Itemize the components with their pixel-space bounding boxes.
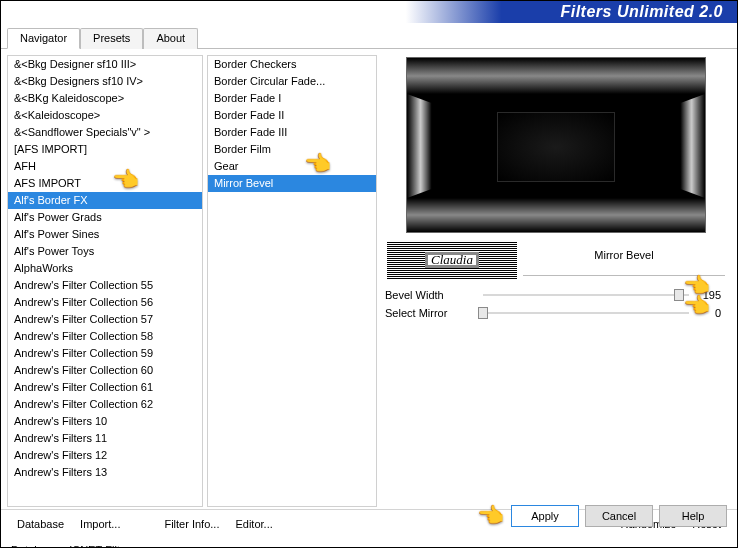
slider-thumb[interactable] [674, 289, 684, 301]
author-logo: Claudia [387, 241, 517, 279]
tab-about[interactable]: About [143, 28, 198, 49]
category-item[interactable]: &<Bkg Designer sf10 III> [8, 56, 202, 73]
tab-presets[interactable]: Presets [80, 28, 143, 49]
parameter-panel: Bevel Width195Select Mirror0 [381, 283, 731, 325]
preview-image [406, 57, 706, 233]
category-item[interactable]: Andrew's Filters 11 [8, 430, 202, 447]
filter-item[interactable]: Border Fade II [208, 107, 376, 124]
filter-item[interactable]: Border Circular Fade... [208, 73, 376, 90]
status-bar: Database: Filters: ICNET-Filters 3092 [1, 538, 737, 548]
param-slider[interactable] [483, 294, 689, 296]
category-item[interactable]: &<Kaleidoscope> [8, 107, 202, 124]
status-db-value: ICNET-Filters [69, 544, 135, 548]
category-item[interactable]: Andrew's Filters 10 [8, 413, 202, 430]
cancel-button[interactable]: Cancel [585, 505, 653, 527]
category-item[interactable]: Andrew's Filter Collection 61 [8, 379, 202, 396]
database-button[interactable]: Database [9, 514, 72, 534]
filter-header-row: Claudia Mirror Bevel [381, 241, 731, 283]
category-item[interactable]: &<BKg Kaleidoscope> [8, 90, 202, 107]
filter-item[interactable]: Border Fade III [208, 124, 376, 141]
category-item[interactable]: AFS IMPORT [8, 175, 202, 192]
category-item[interactable]: Alf's Power Toys [8, 243, 202, 260]
author-logo-text: Claudia [425, 252, 479, 268]
category-item[interactable]: AlphaWorks [8, 260, 202, 277]
category-item[interactable]: Alf's Power Sines [8, 226, 202, 243]
tab-strip: Navigator Presets About [1, 27, 737, 49]
param-value: 195 [695, 289, 721, 301]
category-item[interactable]: Andrew's Filter Collection 62 [8, 396, 202, 413]
filter-item[interactable]: Mirror Bevel [208, 175, 376, 192]
category-item[interactable]: &<Bkg Designers sf10 IV> [8, 73, 202, 90]
category-item[interactable]: Andrew's Filter Collection 56 [8, 294, 202, 311]
category-item[interactable]: Andrew's Filters 13 [8, 464, 202, 481]
category-item[interactable]: Andrew's Filter Collection 57 [8, 311, 202, 328]
status-db-label: Database: [11, 544, 61, 548]
filter-list[interactable]: Border CheckersBorder Circular Fade...Bo… [207, 55, 377, 507]
filter-item[interactable]: Gear [208, 158, 376, 175]
preview-panel: Claudia Mirror Bevel Bevel Width195Selec… [381, 55, 731, 507]
filter-item[interactable]: Border Film [208, 141, 376, 158]
category-item[interactable]: Andrew's Filters 12 [8, 447, 202, 464]
apply-button[interactable]: Apply [511, 505, 579, 527]
editor-button[interactable]: Editor... [227, 514, 280, 534]
param-label: Bevel Width [385, 289, 477, 301]
app-title: Filters Unlimited 2.0 [560, 3, 723, 21]
filter-info-button[interactable]: Filter Info... [156, 514, 227, 534]
category-item[interactable]: AFH [8, 158, 202, 175]
category-item[interactable]: Andrew's Filter Collection 60 [8, 362, 202, 379]
category-item[interactable]: &<Sandflower Specials"v" > [8, 124, 202, 141]
import-button[interactable]: Import... [72, 514, 128, 534]
param-row: Select Mirror0 [385, 307, 721, 319]
filter-item[interactable]: Border Fade I [208, 90, 376, 107]
filter-item[interactable]: Border Checkers [208, 56, 376, 73]
param-value: 0 [695, 307, 721, 319]
category-item[interactable]: Alf's Border FX [8, 192, 202, 209]
tab-navigator[interactable]: Navigator [7, 28, 80, 49]
category-item[interactable]: Andrew's Filter Collection 58 [8, 328, 202, 345]
category-list[interactable]: &<Bkg Designer sf10 III>&<Bkg Designers … [7, 55, 203, 507]
category-item[interactable]: [AFS IMPORT] [8, 141, 202, 158]
param-slider[interactable] [483, 312, 689, 314]
slider-thumb[interactable] [478, 307, 488, 319]
param-label: Select Mirror [385, 307, 477, 319]
param-row: Bevel Width195 [385, 289, 721, 301]
help-button[interactable]: Help [659, 505, 727, 527]
app-banner: Filters Unlimited 2.0 [1, 1, 737, 23]
category-item[interactable]: Alf's Power Grads [8, 209, 202, 226]
current-filter-label: Mirror Bevel [523, 245, 725, 276]
category-item[interactable]: Andrew's Filter Collection 55 [8, 277, 202, 294]
main-content: &<Bkg Designer sf10 III>&<Bkg Designers … [1, 49, 737, 509]
pointing-hand-icon: 👉 [478, 503, 505, 529]
category-item[interactable]: Andrew's Filter Collection 59 [8, 345, 202, 362]
dialog-footer: 👉 Apply Cancel Help [478, 503, 727, 529]
